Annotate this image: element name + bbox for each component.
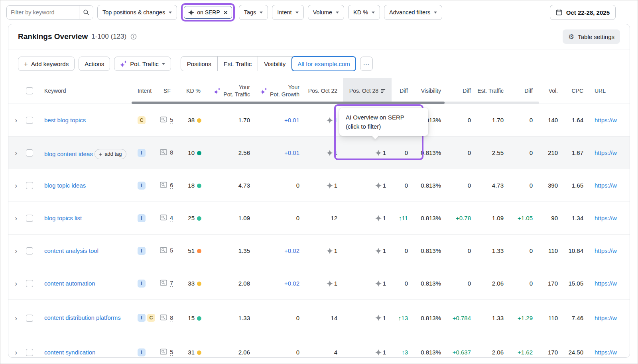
keyword-link[interactable]: blog content ideas	[44, 150, 93, 158]
keyword-link[interactable]: content automation	[44, 280, 95, 288]
column-header-est-traffic[interactable]: Est. Traffic	[477, 78, 509, 104]
est-traffic-diff-value: 0	[509, 267, 538, 300]
column-header-diff[interactable]: Diff	[392, 78, 414, 104]
chevron-down-icon	[336, 12, 339, 14]
keyword-link[interactable]: content syndication	[44, 348, 95, 356]
row-checkbox[interactable]	[26, 149, 33, 157]
ai-overview-icon	[327, 248, 333, 254]
actions-button[interactable]: Actions	[79, 57, 110, 71]
url-link[interactable]: https://w	[595, 149, 617, 156]
keyword-filter-input[interactable]	[7, 6, 79, 19]
visibility-diff-value: 0	[447, 169, 477, 202]
column-header-diff3[interactable]: Diff	[509, 78, 538, 104]
kd-dropdown[interactable]: KD %	[348, 5, 380, 20]
tab-visibility[interactable]: Visibility	[258, 57, 291, 71]
expand-chevron-icon[interactable]: ›	[15, 314, 17, 322]
more-tabs-button[interactable]: ...	[360, 57, 373, 71]
cpc-value: 1.64	[563, 104, 589, 137]
expand-chevron-icon[interactable]: ›	[15, 348, 17, 356]
add-tag-button[interactable]: +add tag	[95, 149, 126, 159]
horizontal-scrollbar-track[interactable]	[132, 102, 539, 104]
column-header-pot-traffic[interactable]: YourPot. Traffic	[205, 78, 256, 104]
serp-features-link[interactable]: 8	[170, 314, 173, 321]
url-link[interactable]: https://w	[595, 280, 617, 287]
search-button[interactable]	[79, 6, 93, 19]
row-checkbox[interactable]	[26, 117, 33, 124]
column-header-kd[interactable]: KD %	[178, 78, 205, 104]
on-serp-filter-chip[interactable]: on SERP ×	[184, 6, 232, 19]
tab-all-for-example[interactable]: All for example.com	[291, 56, 356, 71]
search-icon	[83, 9, 89, 16]
row-checkbox[interactable]	[26, 349, 33, 356]
sort-icon	[381, 89, 386, 93]
url-link[interactable]: https://w	[595, 247, 617, 254]
serp-features-link[interactable]: 5	[170, 247, 173, 254]
column-header-pos-oct28[interactable]: Pos. Oct 28	[343, 78, 392, 104]
column-header-url[interactable]: URL	[589, 78, 630, 104]
ai-overview-icon	[375, 349, 382, 356]
select-all-checkbox[interactable]	[26, 87, 33, 94]
column-header-keyword[interactable]: Keyword	[39, 78, 134, 104]
expand-chevron-icon[interactable]: ›	[15, 149, 17, 157]
serp-features-link[interactable]: 8	[170, 149, 173, 156]
visibility-diff-value: +0.637	[447, 336, 477, 358]
serp-features-link[interactable]: 4	[170, 214, 173, 221]
column-header-pos-oct22[interactable]: Pos. Oct 22	[305, 78, 343, 104]
column-header-pot-growth[interactable]: YourPot. Growth	[256, 78, 305, 104]
date-range-button[interactable]: Oct 22-28, 2025	[550, 5, 616, 20]
column-header-vol[interactable]: Vol.	[538, 78, 563, 104]
expand-chevron-icon[interactable]: ›	[15, 116, 17, 124]
row-checkbox[interactable]	[26, 215, 33, 222]
url-link[interactable]: https://w	[595, 349, 617, 356]
row-checkbox[interactable]	[26, 315, 33, 322]
horizontal-scrollbar-thumb[interactable]	[132, 102, 445, 104]
intent-dropdown[interactable]: Intent	[272, 5, 303, 20]
sparkle-icon	[214, 88, 221, 94]
volume-value: 170	[538, 267, 563, 300]
column-header-diff2[interactable]: Diff	[447, 78, 477, 104]
serp-features-icon	[160, 214, 167, 222]
add-keywords-button[interactable]: + Add keywords	[18, 57, 75, 71]
expand-chevron-icon[interactable]: ›	[15, 214, 17, 222]
top-positions-dropdown[interactable]: Top positions & changes	[97, 5, 177, 20]
url-link[interactable]: https://w	[595, 182, 617, 189]
column-header-sf[interactable]: SF	[156, 78, 178, 104]
serp-features-link[interactable]: 7	[170, 280, 173, 287]
visibility-value: 0.813%	[414, 137, 447, 169]
keyword-link[interactable]: blog topic ideas	[44, 182, 86, 190]
tab-est-traffic[interactable]: Est. Traffic	[217, 57, 258, 71]
tags-label: Tags	[244, 9, 256, 16]
est-traffic-value: 2.06	[477, 336, 509, 358]
advanced-filters-dropdown[interactable]: Advanced filters	[384, 5, 442, 20]
close-icon[interactable]: ×	[224, 9, 228, 16]
row-checkbox[interactable]	[26, 247, 33, 254]
expand-chevron-icon[interactable]: ›	[15, 247, 17, 255]
table-settings-button[interactable]: ⚙ Table settings	[563, 29, 620, 44]
row-checkbox[interactable]	[26, 182, 33, 189]
kd-dot	[197, 316, 201, 321]
expand-chevron-icon[interactable]: ›	[15, 181, 17, 190]
volume-dropdown[interactable]: Volume	[308, 5, 344, 20]
url-link[interactable]: https://w	[595, 215, 617, 221]
url-link[interactable]: https://w	[595, 117, 617, 123]
info-icon[interactable]	[130, 33, 137, 40]
serp-features-link[interactable]: 5	[170, 348, 173, 356]
pos-oct28-value: 1	[343, 315, 386, 321]
tags-dropdown[interactable]: Tags	[239, 5, 268, 20]
column-header-cpc[interactable]: CPC	[563, 78, 589, 104]
expand-chevron-icon[interactable]: ›	[15, 279, 17, 288]
tab-positions[interactable]: Positions	[181, 57, 217, 71]
row-checkbox[interactable]	[26, 280, 33, 287]
ai-overview-icon	[327, 280, 333, 287]
keyword-link[interactable]: best blog topics	[44, 116, 86, 124]
column-header-visibility[interactable]: Visibility	[414, 78, 447, 104]
serp-features-link[interactable]: 6	[170, 182, 173, 189]
url-link[interactable]: https://w	[595, 315, 617, 321]
rankings-overview-card: Rankings Overview 1-100 (123) ⚙ Table se…	[8, 24, 630, 358]
serp-features-link[interactable]: 5	[170, 116, 173, 123]
keyword-link[interactable]: content analysis tool	[44, 247, 98, 255]
keyword-link[interactable]: content distribution platforms	[44, 314, 121, 322]
keyword-link[interactable]: blog topics list	[44, 214, 82, 222]
pot-traffic-dropdown[interactable]: Pot. Traffic	[114, 57, 171, 71]
column-header-intent[interactable]: Intent	[134, 78, 156, 104]
